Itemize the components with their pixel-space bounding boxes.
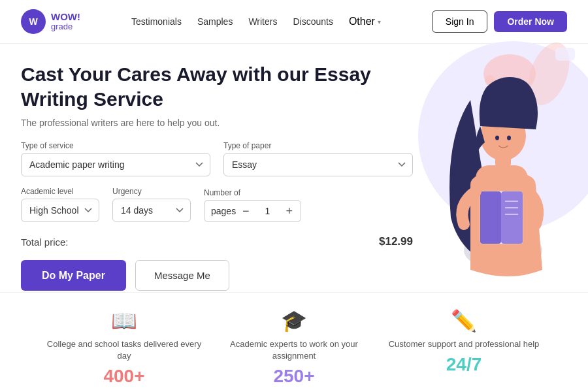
action-row: Do My Paper Message Me: [21, 260, 413, 291]
features-section: 📖 College and school tasks delivered eve…: [0, 292, 588, 392]
main-nav: Testimonials Samples Writers Discounts O…: [131, 16, 381, 27]
feature-1: 🎓 Academic experts to work on your assig…: [209, 308, 379, 387]
svg-point-8: [507, 136, 511, 140]
hero-subtitle: The professional writers are here to hel…: [21, 118, 413, 128]
feature-desc-2: Customer support and professional help: [379, 338, 549, 350]
nav-other-label: Other: [349, 16, 375, 27]
logo-grade: grade: [51, 22, 80, 31]
feature-desc-1: Academic experts to work on your assignm…: [209, 338, 379, 362]
order-now-button[interactable]: Order Now: [494, 11, 567, 32]
svg-point-7: [495, 136, 499, 140]
decrement-button[interactable]: −: [241, 205, 251, 217]
hero-title: Cast Your Cares Away with our Essay Writ…: [21, 62, 413, 111]
header-buttons: Sign In Order Now: [432, 10, 567, 33]
signin-button[interactable]: Sign In: [432, 10, 488, 33]
feature-desc-0: College and school tasks delivered every…: [39, 338, 209, 362]
logo[interactable]: W WOW! grade: [21, 9, 80, 34]
type-of-service-group: Type of service Academic paper writing: [21, 141, 210, 176]
feature-icon-2: ✏️: [379, 308, 549, 333]
nav-testimonials[interactable]: Testimonials: [131, 16, 182, 27]
form-row-1: Type of service Academic paper writing T…: [21, 141, 413, 176]
svg-rect-1: [555, 48, 575, 61]
hero-illustration: [379, 35, 588, 289]
number-group: Number of pages − 1 +: [204, 188, 301, 222]
svg-rect-10: [480, 191, 501, 244]
feature-icon-0: 📖: [39, 308, 209, 333]
number-label: Number of: [204, 188, 301, 197]
type-of-service-label: Type of service: [21, 141, 210, 150]
total-row: Total price: $12.99: [21, 233, 413, 248]
chevron-down-icon: ▾: [378, 18, 381, 25]
type-of-service-select[interactable]: Academic paper writing: [21, 153, 210, 176]
message-me-button[interactable]: Message Me: [135, 260, 229, 291]
svg-rect-11: [501, 191, 523, 244]
number-unit: pages: [211, 206, 237, 216]
urgency-group: Urgency 14 days: [112, 187, 191, 222]
feature-icon-1: 🎓: [209, 308, 379, 333]
nav-samples[interactable]: Samples: [197, 16, 233, 27]
nav-discounts[interactable]: Discounts: [293, 16, 333, 27]
urgency-select[interactable]: 14 days: [112, 199, 191, 222]
feature-2: ✏️ Customer support and professional hel…: [379, 308, 549, 387]
feature-stat-0: 400+: [39, 366, 209, 387]
nav-writers[interactable]: Writers: [248, 16, 277, 27]
logo-text: WOW! grade: [51, 12, 80, 32]
academic-level-select[interactable]: High School: [21, 199, 99, 222]
hero-left: Cast Your Cares Away with our Essay Writ…: [21, 62, 413, 292]
logo-icon: W: [21, 9, 46, 34]
increment-button[interactable]: +: [285, 205, 295, 217]
hero-section: Cast Your Cares Away with our Essay Writ…: [0, 44, 588, 292]
feature-0: 📖 College and school tasks delivered eve…: [39, 308, 209, 387]
form-row-2: Academic level High School Urgency 14 da…: [21, 187, 413, 222]
do-my-paper-button[interactable]: Do My Paper: [21, 260, 126, 291]
logo-letter: W: [29, 16, 37, 27]
feature-stat-2: 24/7: [379, 354, 549, 375]
hero-illustration-area: [379, 35, 588, 289]
number-control: pages − 1 +: [204, 200, 301, 222]
total-label: Total price:: [21, 237, 69, 248]
nav-other[interactable]: Other ▾: [349, 16, 381, 27]
feature-stat-1: 250+: [209, 366, 379, 387]
academic-level-group: Academic level High School: [21, 187, 99, 222]
urgency-label: Urgency: [112, 187, 191, 196]
logo-wow: WOW!: [51, 12, 80, 23]
academic-level-label: Academic level: [21, 187, 99, 196]
number-value: 1: [255, 206, 281, 216]
